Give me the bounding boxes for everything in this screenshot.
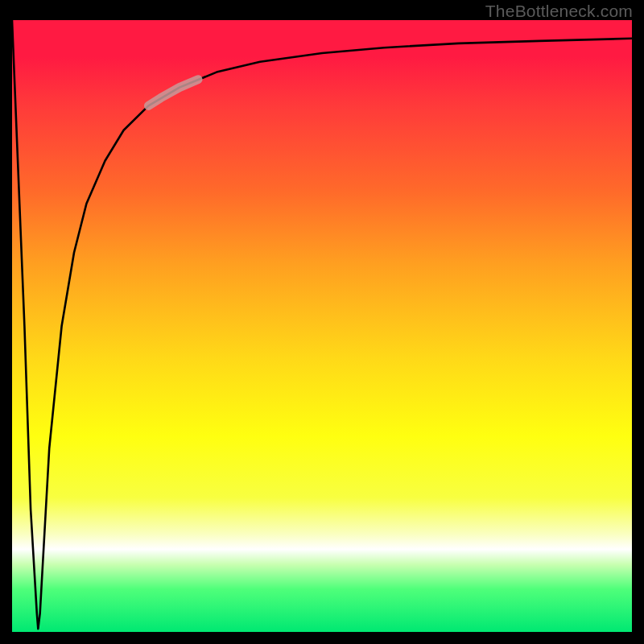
highlight-segment (148, 80, 198, 106)
chart-frame: TheBottleneck.com (0, 0, 644, 644)
plot-area (12, 20, 632, 632)
main-curve (12, 20, 632, 629)
attribution-text: TheBottleneck.com (485, 2, 633, 21)
curve-layer (12, 20, 632, 632)
